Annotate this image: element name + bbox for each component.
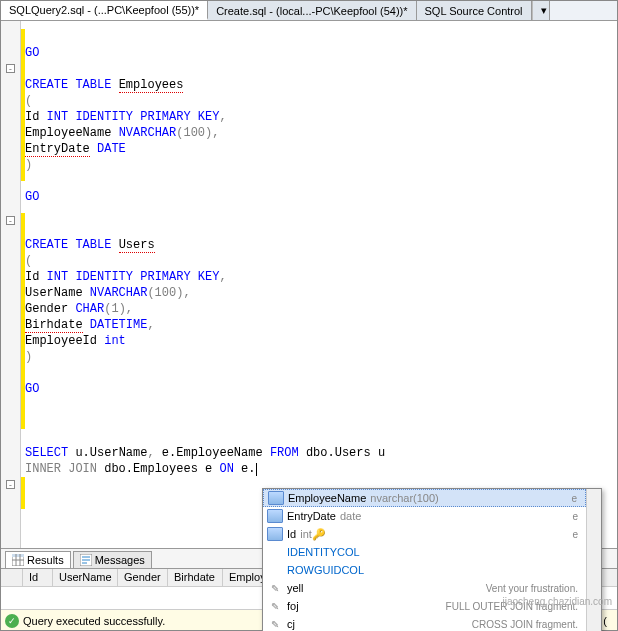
tab-source-control[interactable]: SQL Source Control [417,1,532,20]
intellisense-list[interactable]: EmployeeName nvarchar(100) e EntryDate d… [263,489,586,631]
tab-label: Messages [95,554,145,566]
svg-rect-1 [12,554,24,557]
tab-label: SQLQuery2.sql - (...PC\Keepfool (55))* [9,4,199,16]
status-message: Query executed successfully. [23,615,165,627]
blank-icon [267,563,283,577]
column-icon [268,491,284,505]
intel-item-cj[interactable]: ✎ cj CROSS JOIN fragment. [263,615,586,631]
intel-item-identitycol[interactable]: IDENTITYCOL [263,543,586,561]
blank-icon [267,545,283,559]
intel-item-employeename[interactable]: EmployeeName nvarchar(100) e [263,489,586,507]
column-icon [267,527,283,541]
snippet-icon: ✎ [267,581,283,595]
intel-item-id[interactable]: Id int 🔑 e [263,525,586,543]
grid-icon [12,554,24,566]
intel-item-rowguidcol[interactable]: ROWGUIDCOL [263,561,586,579]
results-tab-results[interactable]: Results [5,551,71,568]
document-tabs: SQLQuery2.sql - (...PC\Keepfool (55))* C… [1,1,617,21]
tab-label: Create.sql - (local...-PC\Keepfool (54))… [216,5,407,17]
key-icon: 🔑 [312,528,326,541]
tab-overflow[interactable]: ▾ [532,1,550,20]
snippet-icon: ✎ [267,599,283,613]
snippet-icon: ✎ [267,617,283,631]
results-tab-messages[interactable]: Messages [73,551,152,568]
column-header[interactable]: Gender [118,569,168,586]
tab-label: Results [27,554,64,566]
watermark: jiaocheng.chazidian.com [502,596,612,607]
code-body: GO CREATE TABLE Employees ( Id INT IDENT… [1,21,617,501]
column-header[interactable]: UserName [53,569,118,586]
intellisense-scrollbar[interactable] [586,489,601,631]
column-header[interactable]: Id [23,569,53,586]
column-header[interactable]: Birhdate [168,569,223,586]
messages-icon [80,554,92,566]
intel-item-yell[interactable]: ✎ yell Vent your frustration. [263,579,586,597]
intellisense-popup: EmployeeName nvarchar(100) e EntryDate d… [262,488,602,631]
intel-item-entrydate[interactable]: EntryDate date e [263,507,586,525]
tab-label: SQL Source Control [425,5,523,17]
code-editor[interactable]: - - - GO CREATE TABLE Employees ( Id INT… [1,21,617,549]
tab-sqlquery2[interactable]: SQLQuery2.sql - (...PC\Keepfool (55))* [1,1,208,20]
tab-create-sql[interactable]: Create.sql - (local...-PC\Keepfool (54))… [208,1,416,20]
column-icon [267,509,283,523]
row-number-header [1,569,23,586]
success-icon: ✓ [5,614,19,628]
